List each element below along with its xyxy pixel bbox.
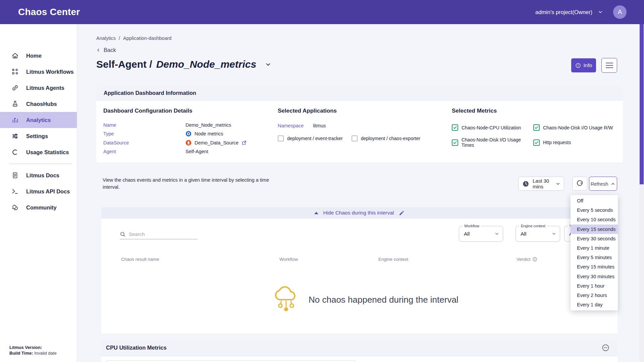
back-button[interactable]: Back [96,47,116,53]
engine-context-filter-value: All [521,231,551,237]
selected-metrics-title: Selected Metrics [452,108,497,114]
sidebar-item-label: Community [26,204,57,211]
metric-checkbox-http-requests[interactable]: Http requests [533,137,571,148]
scrollbar-track [639,24,644,362]
engine-context-filter-select[interactable]: Engine context All [516,226,560,242]
avatar[interactable]: A [613,5,627,19]
collapse-minus-icon[interactable] [602,344,609,352]
menu-item-off[interactable]: Off [571,196,618,205]
menu-item-every-10-seconds[interactable]: Every 10 seconds [571,215,618,224]
workflow-filter-select[interactable]: Workflow All [459,226,503,242]
menu-item-every-5-minutes[interactable]: Every 5 minutes [571,253,618,262]
selected-applications-title: Selected Applications [278,108,337,114]
checkbox-unchecked-icon[interactable] [352,135,358,141]
sidebar-item-label: Litmus Docs [26,172,59,179]
checkbox-checked-icon[interactable] [533,139,540,146]
usage-circle-icon [11,148,19,156]
breadcrumb-application-dashboard[interactable]: Application-dashboard [123,36,171,41]
back-label: Back [104,47,116,53]
search-input[interactable] [129,231,198,237]
chat-bubbles-icon [11,203,19,212]
sidebar-item-label: Usage Statistics [26,149,69,156]
info-button[interactable]: Info [571,58,596,72]
build-time-value: Invalid date [34,351,57,356]
refresh-interval-dropdown-button[interactable]: Refresh [589,177,617,191]
menu-item-every-1-day[interactable]: Every 1 day [571,300,618,309]
refresh-now-button[interactable] [572,177,587,191]
empty-state: No chaos happened during the interval [273,285,459,314]
breadcrumb-analytics[interactable]: Analytics [96,36,116,41]
namespace-label: Namespace [278,123,304,128]
cpu-panel-title: CPU Utilization Metrics [106,345,167,351]
refresh-button-label: Refresh [591,181,608,187]
sidebar-item-label: Litmus API Docs [26,188,70,195]
scrollbar-thumb[interactable] [640,24,644,184]
cpu-chart-container [106,360,356,362]
application-checkbox-event-tracker[interactable]: deployment / event-tracker [278,135,343,141]
column-header-verdict: Verdict [517,257,537,262]
sidebar-item-analytics[interactable]: Analytics [0,112,77,128]
document-icon [11,171,19,179]
prometheus-icon [185,140,192,146]
namespace-value: litmus [313,123,326,128]
menu-item-every-15-minutes[interactable]: Every 15 minutes [571,262,618,272]
cpu-utilization-panel: CPU Utilization Metrics [101,339,618,362]
column-header-workflow: Workflow [279,257,298,262]
column-header-engine-context: Engine context [378,257,408,262]
checkbox-checked-icon[interactable] [452,124,458,131]
sidebar-item-home[interactable]: Home [0,48,77,64]
menu-item-every-1-minute[interactable]: Every 1 minute [571,243,618,253]
sidebar-item-label: Litmus Workflows [26,69,74,75]
time-range-select[interactable]: Last 30 mins [518,177,564,191]
menu-item-every-5-seconds[interactable]: Every 5 seconds [571,205,618,215]
column-header-chaos-result-name: Chaos result name [121,257,159,262]
menu-item-every-15-seconds[interactable]: Every 15 seconds [571,225,618,234]
sidebar-item-usage-statistics[interactable]: Usage Statistics [0,144,77,160]
checkbox-checked-icon[interactable] [533,124,540,131]
metric-checkbox-disk-io-times[interactable]: Chaos-Node-Disk I/O Usage Times [452,137,533,148]
metric-checkbox-cpu-utilization[interactable]: Chaos-Node-CPU Utilization [452,124,533,131]
menu-item-every-2-hours[interactable]: Every 2 hours [571,291,618,300]
sidebar-divider [9,164,72,164]
dashboard-switcher-chevron-icon[interactable] [265,61,271,68]
chevron-left-icon [96,48,101,52]
project-selector[interactable]: admin's project(Owner) [535,9,592,15]
chevron-down-icon [551,231,556,236]
refresh-icon [576,180,584,187]
config-value-type: Node metrics [185,131,247,137]
search-icon [120,231,126,237]
interval-description: View the chaos events and metrics in a g… [103,177,285,191]
config-label: Name [103,122,185,128]
info-button-label: Info [584,62,592,68]
version-info: Litmus Version: Build Time: Invalid date [9,345,57,356]
external-link-icon[interactable] [241,140,247,145]
engine-context-filter-label: Engine context [519,224,547,228]
edit-pencil-icon[interactable] [399,210,405,216]
sidebar-item-settings[interactable]: Settings [0,128,77,144]
checkbox-unchecked-icon[interactable] [278,135,284,141]
chevron-down-icon[interactable] [598,9,603,15]
search-field[interactable] [120,229,198,239]
sidebar-item-litmus-agents[interactable]: Litmus Agents [0,80,77,96]
menu-item-every-30-seconds[interactable]: Every 30 seconds [571,234,618,243]
hamburger-menu-button[interactable] [601,58,617,73]
metric-checkbox-disk-io-rw[interactable]: Chaos-Node-Disk I/O Usage R/W [533,124,613,131]
checkbox-checked-icon[interactable] [452,139,458,146]
config-value-datasource: Demo_Data_Source [185,140,247,146]
sidebar: Home Litmus Workflows Litmus Agents Chao… [0,24,77,362]
no-chaos-cloud-icon [273,285,299,314]
sidebar-item-community[interactable]: Community [0,199,77,216]
sidebar-item-litmus-api-docs[interactable]: Litmus API Docs [0,183,77,199]
menu-item-every-30-minutes[interactable]: Every 30 minutes [571,272,618,281]
config-value-name: Demo_Node_metrics [185,122,247,128]
application-checkbox-chaos-exporter[interactable]: deployment / chaos-exporter [352,135,420,141]
terminal-icon [11,187,19,195]
sidebar-item-litmus-workflows[interactable]: Litmus Workflows [0,64,77,80]
sidebar-item-litmus-docs[interactable]: Litmus Docs [0,167,77,183]
sidebar-item-label: ChaosHubs [26,101,57,107]
menu-item-every-1-hour[interactable]: Every 1 hour [571,281,618,291]
collapse-triangle-icon [314,212,318,214]
hide-chaos-toggle[interactable]: Hide Chaos during this interval [101,207,618,219]
info-circle-icon[interactable] [532,257,537,262]
sidebar-item-chaoshubs[interactable]: ChaosHubs [0,96,77,112]
